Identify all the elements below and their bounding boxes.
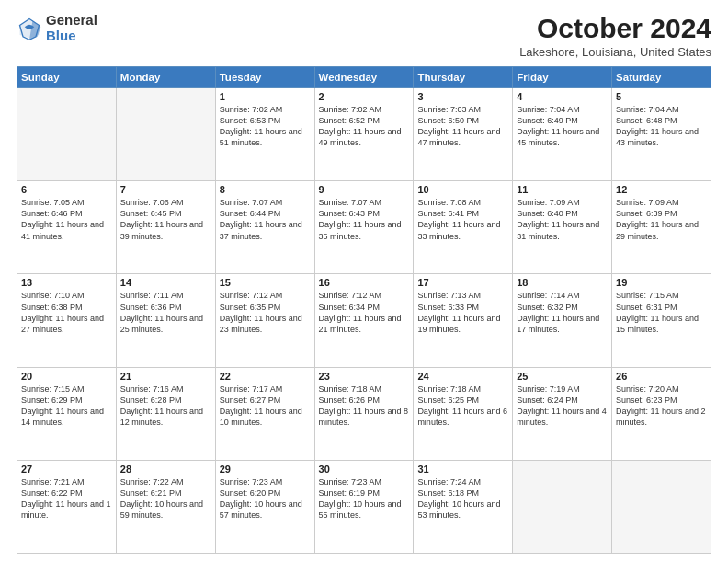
day-info: Sunrise: 7:06 AM Sunset: 6:45 PM Dayligh… bbox=[120, 197, 211, 242]
day-cell: 11Sunrise: 7:09 AM Sunset: 6:40 PM Dayli… bbox=[513, 181, 612, 274]
day-cell: 2Sunrise: 7:02 AM Sunset: 6:52 PM Daylig… bbox=[314, 88, 414, 181]
day-info: Sunrise: 7:04 AM Sunset: 6:49 PM Dayligh… bbox=[517, 104, 608, 149]
day-info: Sunrise: 7:09 AM Sunset: 6:40 PM Dayligh… bbox=[517, 197, 608, 242]
calendar-table: SundayMondayTuesdayWednesdayThursdayFrid… bbox=[17, 66, 711, 554]
day-cell bbox=[17, 88, 117, 181]
day-number: 4 bbox=[517, 91, 608, 102]
week-row-5: 27Sunrise: 7:21 AM Sunset: 6:22 PM Dayli… bbox=[17, 460, 711, 553]
day-info: Sunrise: 7:17 AM Sunset: 6:27 PM Dayligh… bbox=[220, 384, 311, 429]
day-info: Sunrise: 7:23 AM Sunset: 6:20 PM Dayligh… bbox=[220, 477, 311, 522]
week-row-2: 6Sunrise: 7:05 AM Sunset: 6:46 PM Daylig… bbox=[17, 181, 711, 274]
weekday-friday: Friday bbox=[513, 67, 612, 88]
day-info: Sunrise: 7:07 AM Sunset: 6:44 PM Dayligh… bbox=[220, 197, 311, 242]
day-cell: 21Sunrise: 7:16 AM Sunset: 6:28 PM Dayli… bbox=[116, 367, 215, 460]
day-number: 11 bbox=[517, 184, 608, 195]
logo-icon bbox=[17, 16, 42, 41]
day-number: 13 bbox=[21, 277, 112, 288]
day-info: Sunrise: 7:18 AM Sunset: 6:25 PM Dayligh… bbox=[417, 384, 508, 429]
day-number: 6 bbox=[21, 184, 112, 195]
day-info: Sunrise: 7:22 AM Sunset: 6:21 PM Dayligh… bbox=[120, 477, 211, 522]
day-cell: 24Sunrise: 7:18 AM Sunset: 6:25 PM Dayli… bbox=[414, 367, 513, 460]
day-number: 31 bbox=[417, 464, 508, 475]
day-cell: 10Sunrise: 7:08 AM Sunset: 6:41 PM Dayli… bbox=[414, 181, 513, 274]
day-number: 14 bbox=[120, 277, 211, 288]
day-cell: 25Sunrise: 7:19 AM Sunset: 6:24 PM Dayli… bbox=[513, 367, 612, 460]
weekday-saturday: Saturday bbox=[612, 67, 711, 88]
day-number: 16 bbox=[319, 277, 410, 288]
day-cell: 22Sunrise: 7:17 AM Sunset: 6:27 PM Dayli… bbox=[215, 367, 314, 460]
day-cell: 8Sunrise: 7:07 AM Sunset: 6:44 PM Daylig… bbox=[215, 181, 314, 274]
day-info: Sunrise: 7:21 AM Sunset: 6:22 PM Dayligh… bbox=[21, 477, 112, 522]
weekday-wednesday: Wednesday bbox=[314, 67, 414, 88]
day-cell bbox=[513, 460, 612, 553]
month-title: October 2024 bbox=[519, 13, 711, 43]
day-info: Sunrise: 7:12 AM Sunset: 6:34 PM Dayligh… bbox=[319, 290, 410, 335]
day-number: 5 bbox=[616, 91, 707, 102]
day-cell: 5Sunrise: 7:04 AM Sunset: 6:48 PM Daylig… bbox=[612, 88, 711, 181]
day-number: 15 bbox=[220, 277, 311, 288]
day-info: Sunrise: 7:15 AM Sunset: 6:31 PM Dayligh… bbox=[616, 290, 707, 335]
day-number: 2 bbox=[319, 91, 410, 102]
day-info: Sunrise: 7:18 AM Sunset: 6:26 PM Dayligh… bbox=[319, 384, 410, 429]
day-info: Sunrise: 7:16 AM Sunset: 6:28 PM Dayligh… bbox=[120, 384, 211, 429]
day-info: Sunrise: 7:19 AM Sunset: 6:24 PM Dayligh… bbox=[517, 384, 608, 429]
day-number: 10 bbox=[417, 184, 508, 195]
day-info: Sunrise: 7:05 AM Sunset: 6:46 PM Dayligh… bbox=[21, 197, 112, 242]
day-info: Sunrise: 7:08 AM Sunset: 6:41 PM Dayligh… bbox=[417, 197, 508, 242]
day-number: 24 bbox=[417, 371, 508, 382]
day-info: Sunrise: 7:03 AM Sunset: 6:50 PM Dayligh… bbox=[417, 104, 508, 149]
day-cell: 28Sunrise: 7:22 AM Sunset: 6:21 PM Dayli… bbox=[116, 460, 215, 553]
day-cell: 14Sunrise: 7:11 AM Sunset: 6:36 PM Dayli… bbox=[116, 274, 215, 367]
day-info: Sunrise: 7:24 AM Sunset: 6:18 PM Dayligh… bbox=[417, 477, 508, 522]
day-number: 23 bbox=[319, 371, 410, 382]
location: Lakeshore, Louisiana, United States bbox=[519, 45, 711, 59]
logo: General Blue bbox=[17, 13, 97, 43]
day-info: Sunrise: 7:23 AM Sunset: 6:19 PM Dayligh… bbox=[319, 477, 410, 522]
day-info: Sunrise: 7:15 AM Sunset: 6:29 PM Dayligh… bbox=[21, 384, 112, 429]
day-cell: 9Sunrise: 7:07 AM Sunset: 6:43 PM Daylig… bbox=[314, 181, 414, 274]
week-row-4: 20Sunrise: 7:15 AM Sunset: 6:29 PM Dayli… bbox=[17, 367, 711, 460]
week-row-1: 1Sunrise: 7:02 AM Sunset: 6:53 PM Daylig… bbox=[17, 88, 711, 181]
day-cell: 19Sunrise: 7:15 AM Sunset: 6:31 PM Dayli… bbox=[612, 274, 711, 367]
day-cell: 3Sunrise: 7:03 AM Sunset: 6:50 PM Daylig… bbox=[414, 88, 513, 181]
day-number: 3 bbox=[417, 91, 508, 102]
day-info: Sunrise: 7:13 AM Sunset: 6:33 PM Dayligh… bbox=[417, 290, 508, 335]
day-info: Sunrise: 7:09 AM Sunset: 6:39 PM Dayligh… bbox=[616, 197, 707, 242]
day-number: 8 bbox=[220, 184, 311, 195]
day-info: Sunrise: 7:10 AM Sunset: 6:38 PM Dayligh… bbox=[21, 290, 112, 335]
day-cell: 31Sunrise: 7:24 AM Sunset: 6:18 PM Dayli… bbox=[414, 460, 513, 553]
day-number: 1 bbox=[220, 91, 311, 102]
header: General Blue October 2024 Lakeshore, Lou… bbox=[17, 13, 711, 59]
day-cell: 23Sunrise: 7:18 AM Sunset: 6:26 PM Dayli… bbox=[314, 367, 414, 460]
day-info: Sunrise: 7:02 AM Sunset: 6:53 PM Dayligh… bbox=[220, 104, 311, 149]
title-block: October 2024 Lakeshore, Louisiana, Unite… bbox=[519, 13, 711, 59]
day-number: 19 bbox=[616, 277, 707, 288]
day-number: 28 bbox=[120, 464, 211, 475]
day-number: 20 bbox=[21, 371, 112, 382]
logo-text: General Blue bbox=[46, 13, 97, 43]
day-info: Sunrise: 7:07 AM Sunset: 6:43 PM Dayligh… bbox=[319, 197, 410, 242]
logo-blue-text: Blue bbox=[46, 29, 97, 44]
day-info: Sunrise: 7:02 AM Sunset: 6:52 PM Dayligh… bbox=[319, 104, 410, 149]
day-number: 21 bbox=[120, 371, 211, 382]
day-cell: 13Sunrise: 7:10 AM Sunset: 6:38 PM Dayli… bbox=[17, 274, 117, 367]
weekday-sunday: Sunday bbox=[17, 67, 117, 88]
logo-general-text: General bbox=[46, 13, 97, 29]
day-number: 7 bbox=[120, 184, 211, 195]
calendar-body: 1Sunrise: 7:02 AM Sunset: 6:53 PM Daylig… bbox=[17, 88, 711, 554]
day-cell: 29Sunrise: 7:23 AM Sunset: 6:20 PM Dayli… bbox=[215, 460, 314, 553]
day-number: 12 bbox=[616, 184, 707, 195]
day-cell: 12Sunrise: 7:09 AM Sunset: 6:39 PM Dayli… bbox=[612, 181, 711, 274]
day-info: Sunrise: 7:14 AM Sunset: 6:32 PM Dayligh… bbox=[517, 290, 608, 335]
day-cell: 6Sunrise: 7:05 AM Sunset: 6:46 PM Daylig… bbox=[17, 181, 117, 274]
day-number: 18 bbox=[517, 277, 608, 288]
weekday-tuesday: Tuesday bbox=[215, 67, 314, 88]
day-cell: 4Sunrise: 7:04 AM Sunset: 6:49 PM Daylig… bbox=[513, 88, 612, 181]
page: General Blue October 2024 Lakeshore, Lou… bbox=[0, 0, 728, 563]
day-info: Sunrise: 7:20 AM Sunset: 6:23 PM Dayligh… bbox=[616, 384, 707, 429]
day-cell: 1Sunrise: 7:02 AM Sunset: 6:53 PM Daylig… bbox=[215, 88, 314, 181]
day-cell: 15Sunrise: 7:12 AM Sunset: 6:35 PM Dayli… bbox=[215, 274, 314, 367]
day-cell: 27Sunrise: 7:21 AM Sunset: 6:22 PM Dayli… bbox=[17, 460, 117, 553]
day-info: Sunrise: 7:11 AM Sunset: 6:36 PM Dayligh… bbox=[120, 290, 211, 335]
day-cell: 18Sunrise: 7:14 AM Sunset: 6:32 PM Dayli… bbox=[513, 274, 612, 367]
